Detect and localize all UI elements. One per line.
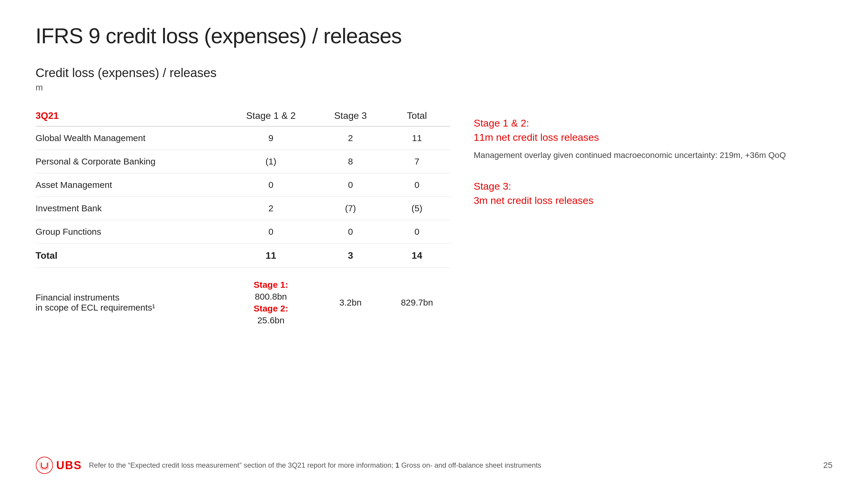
row-total: (5) <box>384 197 450 220</box>
row-stage12: 0 <box>225 173 317 197</box>
financial-stage3: 3.2bn <box>317 268 384 332</box>
sidebar-stage12-body: Management overlay given continued macro… <box>474 149 833 162</box>
footnote-superscript: 1 <box>395 461 401 469</box>
financial-instruments-row: Financial instruments in scope of ECL re… <box>35 268 450 332</box>
row-label: Asset Management <box>35 173 225 197</box>
row-label: Personal & Corporate Banking <box>35 150 225 173</box>
col-header-stage12: Stage 1 & 2 <box>225 104 317 126</box>
unit-label: m <box>35 82 833 92</box>
row-stage3: 0 <box>317 220 384 243</box>
row-stage3: (7) <box>317 197 384 220</box>
page: IFRS 9 credit loss (expenses) / releases… <box>0 0 868 489</box>
col-header-total: Total <box>384 104 450 126</box>
row-stage3: 8 <box>317 150 384 173</box>
data-table: 3Q21 Stage 1 & 2 Stage 3 Total Global We… <box>35 104 450 331</box>
table-row: Group Functions 0 0 0 <box>35 220 450 243</box>
footer: UBS Refer to the “Expected credit loss m… <box>35 456 833 474</box>
row-stage3: 0 <box>317 173 384 197</box>
sidebar-stage3-block: Stage 3:3m net credit loss releases <box>474 179 833 207</box>
row-total: 7 <box>384 150 450 173</box>
financial-label: Financial instruments in scope of ECL re… <box>35 268 225 332</box>
table-row: Personal & Corporate Banking (1) 8 7 <box>35 150 450 173</box>
ubs-logo: UBS <box>35 456 82 474</box>
ubs-logo-icon <box>35 456 53 474</box>
row-total: 11 <box>384 126 450 150</box>
total-stage12: 11 <box>225 243 317 268</box>
section-title: Credit loss (expenses) / releases <box>35 66 833 80</box>
row-total: 0 <box>384 173 450 197</box>
row-stage3: 2 <box>317 126 384 150</box>
total-stage3: 3 <box>317 243 384 268</box>
col-header-quarter: 3Q21 <box>35 104 225 126</box>
financial-total: 829.7bn <box>384 268 450 332</box>
row-label: Investment Bank <box>35 197 225 220</box>
page-title: IFRS 9 credit loss (expenses) / releases <box>35 24 833 48</box>
row-total: 0 <box>384 220 450 243</box>
row-label: Group Functions <box>35 220 225 243</box>
row-label: Global Wealth Management <box>35 126 225 150</box>
row-stage12: 0 <box>225 220 317 243</box>
col-header-stage3: Stage 3 <box>317 104 384 126</box>
page-number: 25 <box>823 461 833 470</box>
ubs-text-label: UBS <box>56 459 82 472</box>
sidebar-stage3-heading: Stage 3:3m net credit loss releases <box>474 179 833 207</box>
total-total: 14 <box>384 243 450 268</box>
table-section: 3Q21 Stage 1 & 2 Stage 3 Total Global We… <box>35 104 450 331</box>
content-area: 3Q21 Stage 1 & 2 Stage 3 Total Global We… <box>35 104 833 331</box>
footer-footnote: Refer to the “Expected credit loss measu… <box>89 461 816 469</box>
table-row: Investment Bank 2 (7) (5) <box>35 197 450 220</box>
sidebar-stage12-block: Stage 1 & 2:Stage 1 & 2: 11m net credit … <box>474 116 833 162</box>
row-stage12: 9 <box>225 126 317 150</box>
svg-point-0 <box>36 457 53 473</box>
row-stage12: (1) <box>225 150 317 173</box>
financial-stage12: Stage 1: 800.8bn Stage 2: 25.6bn <box>225 268 317 332</box>
total-row: Total 11 3 14 <box>35 243 450 268</box>
total-label: Total <box>35 243 225 268</box>
table-row: Asset Management 0 0 0 <box>35 173 450 197</box>
table-row: Global Wealth Management 9 2 11 <box>35 126 450 150</box>
sidebar: Stage 1 & 2:Stage 1 & 2: 11m net credit … <box>474 104 833 331</box>
row-stage12: 2 <box>225 197 317 220</box>
sidebar-stage12-heading: Stage 1 & 2:Stage 1 & 2: 11m net credit … <box>474 116 833 144</box>
